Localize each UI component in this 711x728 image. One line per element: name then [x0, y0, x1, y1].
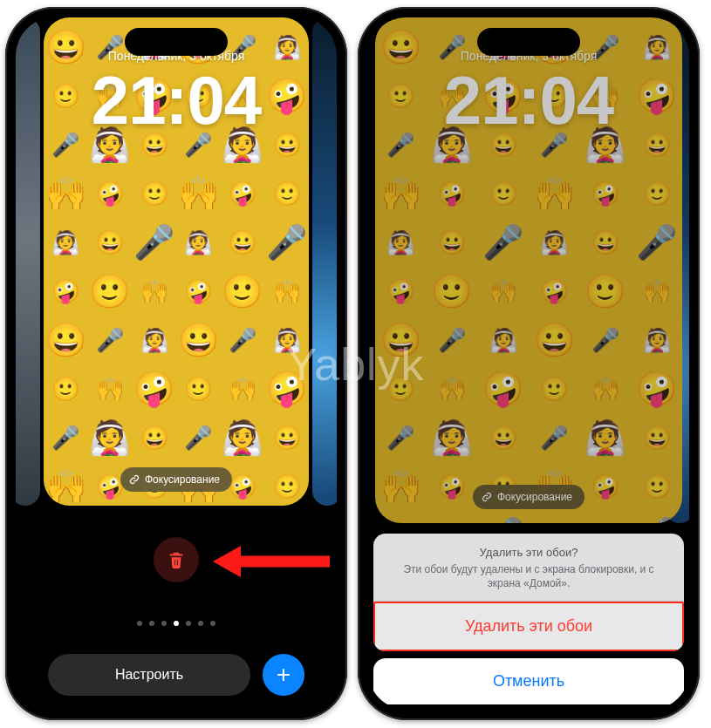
- bottom-bar: Настроить +: [16, 654, 337, 696]
- iphone-mockup-right: 😀🎤👰😀🎤👰🙂🙌🤪🙂🙌🤪🎤👰😀🎤👰😀🙌🤪🙂🙌🤪🙂👰😀🎤👰😀🎤🤪🙂🙌🤪🙂🙌😀🎤👰😀…: [358, 7, 700, 720]
- focus-pill[interactable]: Фокусирование: [120, 467, 232, 492]
- customize-button[interactable]: Настроить: [48, 654, 250, 696]
- lockscreen-time: 21:04: [44, 61, 309, 140]
- action-sheet-message: Эти обои будут удалены и с экрана блокир…: [389, 562, 668, 590]
- wallpaper-card[interactable]: 😀🎤👰😀🎤👰🙂🙌🤪🙂🙌🤪🎤👰😀🎤👰😀🙌🤪🙂🙌🤪🙂👰😀🎤👰😀🎤🤪🙂🙌🤪🙂🙌😀🎤👰😀…: [44, 17, 309, 506]
- action-sheet-header: Удалить эти обои? Эти обои будут удалены…: [373, 534, 684, 602]
- delete-wallpaper-button[interactable]: [154, 537, 199, 582]
- add-wallpaper-button[interactable]: +: [263, 654, 304, 696]
- page-indicator[interactable]: [137, 621, 215, 626]
- plus-icon: +: [277, 663, 291, 687]
- trash-icon: [167, 549, 186, 570]
- action-sheet-title: Удалить эти обои?: [389, 546, 668, 559]
- screen: 😀🎤👰😀🎤👰🙂🙌🤪🙂🙌🤪🎤👰😀🎤👰😀🙌🤪🙂🙌🤪🙂👰😀🎤👰😀🎤🤪🙂🙌🤪🙂🙌😀🎤👰😀…: [16, 17, 337, 710]
- dynamic-island: [125, 28, 228, 56]
- svg-marker-1: [213, 546, 241, 577]
- page-dot[interactable]: [186, 621, 191, 626]
- action-sheet-cancel-button[interactable]: Отменить: [373, 658, 684, 704]
- iphone-mockup-left: 😀🎤👰😀🎤👰🙂🙌🤪🙂🙌🤪🎤👰😀🎤👰😀🙌🤪🙂🙌🤪🙂👰😀🎤👰😀🎤🤪🙂🙌🤪🙂🙌😀🎤👰😀…: [5, 7, 347, 720]
- customize-label: Настроить: [115, 667, 183, 683]
- screen: 😀🎤👰😀🎤👰🙂🙌🤪🙂🙌🤪🎤👰😀🎤👰😀🙌🤪🙂🙌🤪🙂👰😀🎤👰😀🎤🤪🙂🙌🤪🙂🙌😀🎤👰😀…: [368, 17, 689, 710]
- page-dot[interactable]: [149, 621, 154, 626]
- action-sheet: Удалить эти обои? Эти обои будут удалены…: [373, 534, 684, 704]
- destructive-label: Удалить эти обои: [465, 617, 592, 635]
- link-icon: [129, 474, 140, 485]
- wallpaper-peek-right[interactable]: [312, 17, 337, 506]
- focus-label: Фокусирование: [145, 473, 220, 486]
- page-dot[interactable]: [210, 621, 215, 626]
- page-dot[interactable]: [137, 621, 142, 626]
- action-sheet-group: Удалить эти обои? Эти обои будут удалены…: [373, 534, 684, 651]
- action-sheet-destructive-button[interactable]: Удалить эти обои: [373, 602, 684, 651]
- wallpaper-peek-left[interactable]: [16, 17, 40, 506]
- page-dot[interactable]: [161, 621, 167, 626]
- page-dot[interactable]: [198, 621, 203, 626]
- annotation-arrow: [211, 541, 333, 586]
- page-dot[interactable]: [174, 621, 179, 626]
- dynamic-island: [477, 28, 580, 56]
- cancel-label: Отменить: [493, 672, 564, 690]
